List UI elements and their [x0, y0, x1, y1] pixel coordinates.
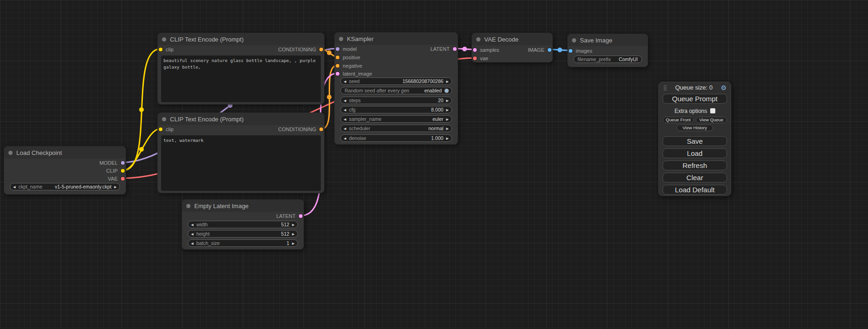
node-collapse-dot-icon[interactable]	[8, 151, 13, 155]
scheduler-widget[interactable]: ◀ scheduler normal ▶	[340, 125, 452, 132]
node-vae-decode[interactable]: VAE Decode samples vae IMAGE	[472, 33, 553, 63]
extra-options-checkbox[interactable]	[710, 108, 715, 113]
node-collapse-dot-icon[interactable]	[162, 37, 166, 42]
increment-arrow-icon[interactable]: ▶	[292, 232, 295, 236]
view-queue-button[interactable]: View Queue	[696, 117, 727, 123]
view-history-button[interactable]: View History	[677, 125, 713, 131]
filename-prefix-widget[interactable]: filename_prefix ComfyUI	[573, 56, 642, 63]
node-title-bar[interactable]: Save Image	[568, 34, 648, 46]
increment-arrow-icon[interactable]: ▶	[446, 118, 449, 121]
height-widget[interactable]: ◀ height 512 ▶	[188, 230, 298, 238]
settings-gear-icon[interactable]: ⚙	[720, 84, 727, 91]
model-output-port[interactable]	[121, 161, 125, 165]
node-empty-latent-image[interactable]: Empty Latent Image LATENT ◀ width 512 ▶ …	[182, 199, 304, 250]
cfg-widget[interactable]: ◀ cfg 8.000 ▶	[340, 106, 452, 113]
link-midpoint-dot[interactable]	[557, 48, 562, 52]
input-slot-vae: vae	[473, 55, 488, 62]
increment-arrow-icon[interactable]: ▶	[446, 127, 449, 130]
save-button[interactable]: Save	[663, 136, 727, 146]
menu-drag-handle-icon[interactable]: ⣿	[663, 84, 667, 91]
node-save-image[interactable]: Save Image images filename_prefix ComfyU…	[567, 34, 648, 67]
seed-widget[interactable]: ◀ seed 156680208700286 ▶	[340, 77, 452, 85]
node-title-bar[interactable]: CLIP Text Encode (Prompt)	[158, 33, 324, 45]
conditioning-output-port[interactable]	[319, 127, 323, 131]
increment-arrow-icon[interactable]: ▶	[292, 223, 295, 226]
steps-widget[interactable]: ◀ steps 20 ▶	[340, 97, 452, 104]
decrement-arrow-icon[interactable]: ◀	[344, 108, 346, 112]
input-slot-clip: clip	[159, 46, 174, 53]
increment-arrow-icon[interactable]: ▶	[292, 242, 295, 245]
decrement-arrow-icon[interactable]: ◀	[191, 223, 193, 226]
graph-canvas[interactable]: Load Checkpoint MODEL CLIP VAE ◀ ckpt_na…	[0, 0, 868, 329]
output-slot-conditioning: CONDITIONING	[278, 126, 323, 133]
load-button[interactable]: Load	[663, 148, 727, 158]
prompt-textarea[interactable]: text, watermark	[161, 135, 321, 191]
image-output-port[interactable]	[548, 48, 551, 52]
node-collapse-dot-icon[interactable]	[162, 117, 166, 121]
increment-arrow-icon[interactable]: ▶	[446, 99, 449, 102]
clip-output-port[interactable]	[121, 169, 125, 173]
increment-arrow-icon[interactable]: ▶	[446, 80, 449, 83]
ckpt-name-widget[interactable]: ◀ ckpt_name v1-5-pruned-emaonly.ckpt ▶	[10, 183, 120, 190]
node-collapse-dot-icon[interactable]	[572, 38, 576, 42]
samples-input-port[interactable]	[473, 48, 477, 52]
link-midpoint-dot[interactable]	[327, 95, 332, 99]
menu-spacer	[659, 132, 731, 135]
node-title: VAE Decode	[484, 36, 518, 43]
increment-arrow-icon[interactable]: ▶	[446, 137, 449, 140]
latent-output-port[interactable]	[299, 214, 303, 218]
decrement-arrow-icon[interactable]: ◀	[344, 118, 346, 121]
node-load-checkpoint[interactable]: Load Checkpoint MODEL CLIP VAE ◀ ckpt_na…	[4, 146, 126, 195]
link-midpoint-dot[interactable]	[462, 47, 467, 51]
load-default-button[interactable]: Load Default	[663, 185, 727, 195]
node-ksampler[interactable]: KSampler model positive negative latent_…	[334, 32, 458, 145]
node-title-bar[interactable]: Load Checkpoint	[4, 147, 126, 159]
decrement-arrow-icon[interactable]: ◀	[13, 185, 15, 189]
link-midpoint-dot[interactable]	[139, 147, 144, 152]
queue-prompt-button[interactable]: Queue Prompt	[663, 94, 727, 104]
decrement-arrow-icon[interactable]: ◀	[344, 80, 346, 83]
model-input-port[interactable]	[336, 47, 339, 51]
denoise-widget[interactable]: ◀ denoise 1.000 ▶	[340, 134, 452, 142]
node-title-bar[interactable]: CLIP Text Encode (Prompt)	[158, 113, 324, 125]
clip-input-port[interactable]	[159, 127, 162, 131]
images-input-port[interactable]	[569, 49, 572, 53]
latent-output-port[interactable]	[453, 47, 457, 51]
node-title-bar[interactable]: Empty Latent Image	[182, 200, 303, 212]
node-title-bar[interactable]: VAE Decode	[472, 33, 552, 45]
increment-arrow-icon[interactable]: ▶	[114, 185, 117, 189]
node-collapse-dot-icon[interactable]	[186, 204, 191, 208]
clip-input-port[interactable]	[159, 48, 162, 51]
node-collapse-dot-icon[interactable]	[339, 37, 343, 41]
negative-input-port[interactable]	[336, 64, 339, 68]
latent-image-input-port[interactable]	[336, 72, 339, 76]
positive-input-port[interactable]	[336, 56, 339, 59]
prompt-textarea[interactable]: beautiful scenery nature glass bottle la…	[161, 56, 321, 102]
link-midpoint-dot[interactable]	[327, 50, 332, 55]
vae-input-port[interactable]	[473, 56, 477, 60]
vae-output-port[interactable]	[121, 177, 125, 181]
conditioning-output-port[interactable]	[319, 48, 323, 51]
node-clip-text-encode-negative[interactable]: CLIP Text Encode (Prompt) clip CONDITION…	[157, 112, 325, 193]
decrement-arrow-icon[interactable]: ◀	[344, 137, 346, 140]
node-collapse-dot-icon[interactable]	[476, 37, 480, 42]
decrement-arrow-icon[interactable]: ◀	[191, 242, 193, 245]
node-title-bar[interactable]: KSampler	[335, 33, 458, 45]
queue-front-button[interactable]: Queue Front	[663, 117, 694, 123]
sampler-name-widget[interactable]: ◀ sampler_name euler ▶	[340, 115, 452, 123]
increment-arrow-icon[interactable]: ▶	[446, 108, 449, 112]
toggle-indicator-icon[interactable]	[445, 89, 449, 93]
decrement-arrow-icon[interactable]: ◀	[344, 127, 346, 130]
node-clip-text-encode-positive[interactable]: CLIP Text Encode (Prompt) clip CONDITION…	[157, 33, 325, 105]
output-slot-vae: VAE	[108, 175, 125, 182]
decrement-arrow-icon[interactable]: ◀	[344, 99, 346, 102]
batch-size-widget[interactable]: ◀ batch_size 1 ▶	[188, 239, 298, 247]
clear-button[interactable]: Clear	[663, 173, 727, 182]
random-seed-toggle-widget[interactable]: Random seed after every gen enabled	[340, 87, 452, 94]
link-midpoint-dot[interactable]	[139, 107, 144, 112]
output-slot-latent: LATENT	[430, 45, 457, 53]
refresh-button[interactable]: Refresh	[663, 161, 727, 170]
width-widget[interactable]: ◀ width 512 ▶	[188, 221, 298, 228]
decrement-arrow-icon[interactable]: ◀	[191, 232, 193, 236]
input-slot-latent-image: latent_image	[336, 70, 372, 77]
